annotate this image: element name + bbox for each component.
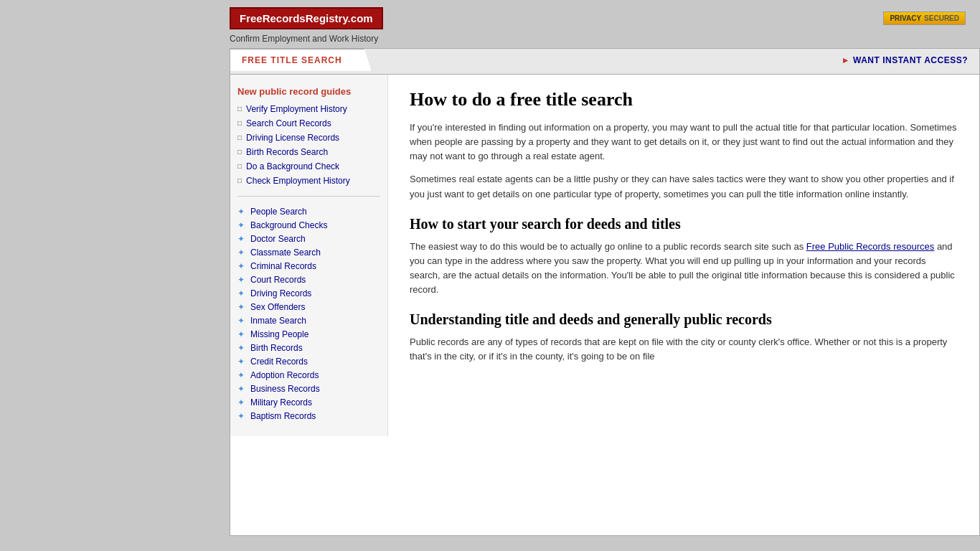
nav-item-icon: ✦ — [237, 411, 245, 421]
nav-item[interactable]: ✦ Inmate Search — [237, 316, 380, 326]
guide-link-text[interactable]: Search Court Records — [246, 118, 331, 128]
guide-link-icon: □ — [237, 119, 242, 127]
active-tab[interactable]: FREE TITLE SEARCH — [230, 49, 372, 71]
guide-link-icon: □ — [237, 176, 242, 184]
nav-item[interactable]: ✦ Military Records — [237, 397, 380, 408]
free-public-records-link[interactable]: Free Public Records resources — [806, 241, 934, 252]
main-container: FREE TITLE SEARCH ► WANT INSTANT ACCESS?… — [230, 48, 980, 536]
nav-item-icon: ✦ — [237, 302, 245, 312]
sidebar: New public record guides □ Verify Employ… — [230, 75, 388, 436]
privacy-label: PRIVACY — [890, 14, 921, 22]
nav-item[interactable]: ✦ Sex Offenders — [237, 302, 380, 312]
nav-item-text[interactable]: Court Records — [250, 275, 306, 285]
nav-item[interactable]: ✦ Driving Records — [237, 288, 380, 298]
nav-item-text[interactable]: Criminal Records — [250, 261, 316, 271]
nav-item[interactable]: ✦ Court Records — [237, 275, 380, 285]
nav-item-text[interactable]: Business Records — [250, 384, 320, 394]
want-access-arrow: ► — [842, 55, 853, 65]
nav-item-icon: ✦ — [237, 329, 245, 339]
privacy-badge-inner: PRIVACY SECURED — [883, 11, 966, 25]
nav-item-text[interactable]: Background Checks — [250, 220, 327, 230]
nav-item-icon: ✦ — [237, 343, 245, 353]
guide-link-text[interactable]: Birth Records Search — [246, 147, 328, 157]
guide-link-icon: □ — [237, 133, 242, 141]
nav-item-text[interactable]: Credit Records — [250, 357, 308, 367]
nav-item-icon: ✦ — [237, 248, 245, 258]
nav-item-text[interactable]: Adoption Records — [250, 370, 319, 380]
nav-item-icon: ✦ — [237, 384, 245, 394]
nav-item[interactable]: ✦ Birth Records — [237, 343, 380, 353]
nav-item-icon: ✦ — [237, 357, 245, 367]
nav-item-text[interactable]: Inmate Search — [250, 316, 306, 326]
sidebar-divider — [237, 196, 380, 197]
nav-item-text[interactable]: Sex Offenders — [250, 302, 306, 312]
nav-item[interactable]: ✦ Criminal Records — [237, 261, 380, 271]
guide-link-icon: □ — [237, 105, 242, 113]
content-p2: Sometimes real estate agents can be a li… — [410, 172, 958, 201]
guide-link-text[interactable]: Driving License Records — [246, 133, 339, 143]
nav-item[interactable]: ✦ Credit Records — [237, 357, 380, 367]
tab-area: FREE TITLE SEARCH ► WANT INSTANT ACCESS? — [230, 49, 979, 75]
guide-link-icon: □ — [237, 148, 242, 156]
content-p3a: The easiest way to do this would be to a… — [410, 241, 806, 252]
nav-item[interactable]: ✦ Background Checks — [237, 220, 380, 230]
content-h1: How to do a free title search — [410, 89, 958, 110]
guide-link-icon: □ — [237, 162, 242, 170]
nav-item[interactable]: ✦ Missing People — [237, 329, 380, 339]
nav-item[interactable]: ✦ Baptism Records — [237, 411, 380, 421]
outer-wrapper: FREE TITLE SEARCH ► WANT INSTANT ACCESS?… — [0, 48, 980, 550]
content-h2b: Understanding title and deeds and genera… — [410, 311, 958, 328]
nav-item-icon: ✦ — [237, 261, 245, 271]
content-p1: If you're interested in finding out info… — [410, 121, 958, 164]
nav-item-icon: ✦ — [237, 207, 245, 217]
nav-item-text[interactable]: Missing People — [250, 329, 308, 339]
nav-item-text[interactable]: Doctor Search — [250, 234, 306, 244]
nav-item-icon: ✦ — [237, 316, 245, 326]
content-p3: The easiest way to do this would be to a… — [410, 240, 958, 298]
nav-item-text[interactable]: Birth Records — [250, 343, 303, 353]
nav-item[interactable]: ✦ People Search — [237, 207, 380, 217]
content-h2a: How to start your search for deeds and t… — [410, 216, 958, 232]
guide-link-item[interactable]: □ Do a Background Check — [237, 161, 380, 171]
guide-link-text[interactable]: Do a Background Check — [246, 161, 339, 171]
guide-link-item[interactable]: □ Driving License Records — [237, 133, 380, 143]
privacy-badge: PRIVACY SECURED — [883, 11, 966, 25]
header: FreeRecordsRegistry.com PRIVACY SECURED — [0, 0, 980, 34]
nav-item-text[interactable]: Driving Records — [250, 288, 311, 298]
want-access-link[interactable]: ► WANT INSTANT ACCESS? — [842, 55, 968, 65]
secured-label: SECURED — [924, 14, 959, 22]
nav-item-icon: ✦ — [237, 234, 245, 244]
guide-link-item[interactable]: □ Search Court Records — [237, 118, 380, 128]
nav-item-text[interactable]: Classmate Search — [250, 248, 321, 258]
site-logo[interactable]: FreeRecordsRegistry.com — [230, 7, 383, 29]
nav-item-text[interactable]: Baptism Records — [250, 411, 316, 421]
guide-links-list: □ Verify Employment History □ Search Cou… — [237, 104, 380, 186]
guide-link-item[interactable]: □ Birth Records Search — [237, 147, 380, 157]
nav-item[interactable]: ✦ Adoption Records — [237, 370, 380, 380]
nav-item-text[interactable]: People Search — [250, 207, 307, 217]
content: How to do a free title search If you're … — [388, 75, 979, 436]
guide-link-item[interactable]: □ Verify Employment History — [237, 104, 380, 114]
nav-items-list: ✦ People Search ✦ Background Checks ✦ Do… — [237, 207, 380, 421]
nav-item-icon: ✦ — [237, 397, 245, 408]
guide-link-text[interactable]: Check Employment History — [246, 176, 350, 186]
nav-item-icon: ✦ — [237, 370, 245, 380]
page-body: New public record guides □ Verify Employ… — [230, 75, 979, 436]
nav-item-icon: ✦ — [237, 275, 245, 285]
nav-item[interactable]: ✦ Classmate Search — [237, 248, 380, 258]
nav-item[interactable]: ✦ Business Records — [237, 384, 380, 394]
sidebar-guides-title: New public record guides — [237, 86, 380, 97]
guide-link-item[interactable]: □ Check Employment History — [237, 176, 380, 186]
nav-item-text[interactable]: Military Records — [250, 397, 312, 408]
nav-item[interactable]: ✦ Doctor Search — [237, 234, 380, 244]
guide-link-text[interactable]: Verify Employment History — [246, 104, 347, 114]
tagline: Confirm Employment and Work History — [0, 34, 980, 48]
nav-item-icon: ✦ — [237, 220, 245, 230]
want-access-label: WANT INSTANT ACCESS? — [853, 55, 968, 65]
nav-item-icon: ✦ — [237, 288, 245, 298]
content-p4: Public records are any of types of recor… — [410, 335, 958, 364]
